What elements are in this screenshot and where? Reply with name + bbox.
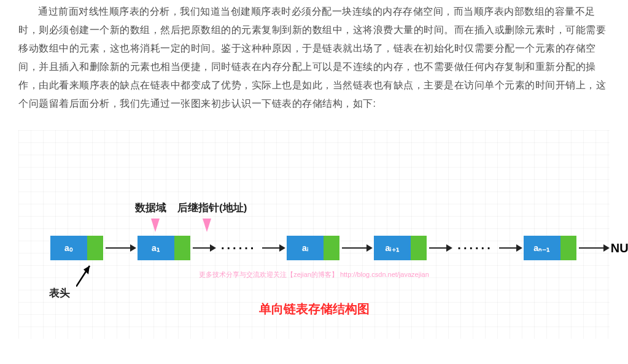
list-node: aᵢ₊₁	[374, 236, 427, 260]
explanatory-paragraph: 通过前面对线性顺序表的分析，我们知道当创建顺序表时必须分配一块连续的内存存储空间…	[0, 0, 628, 113]
list-node: aₙ₋₁	[524, 236, 576, 260]
arrow-right-icon	[579, 247, 608, 249]
node-data: aᵢ₊₁	[374, 236, 411, 260]
watermark-text: 更多技术分享与交流欢迎关注【zejian的博客】 http://blog.csd…	[18, 270, 610, 279]
head-label: 表头	[49, 286, 70, 300]
list-node: a₀	[50, 236, 103, 260]
node-pointer	[174, 236, 190, 260]
arrow-right-icon	[499, 247, 521, 249]
null-label: NULL	[611, 241, 628, 255]
diagram-title: 单向链表存储结构图	[18, 301, 610, 317]
arrow-right-icon	[342, 247, 371, 249]
node-pointer	[87, 236, 103, 260]
node-data: aₙ₋₁	[524, 236, 560, 260]
arrow-down-icon	[151, 219, 160, 232]
node-pointer	[560, 236, 576, 260]
arrow-down-icon	[203, 219, 211, 232]
node-data: a₁	[138, 236, 174, 260]
list-node: aᵢ	[287, 236, 339, 260]
ellipsis-icon: ······	[217, 241, 260, 255]
node-data: a₀	[50, 236, 87, 260]
arrow-right-icon	[106, 247, 135, 249]
linked-list-diagram: 数据域 后继指针(地址) a₀ a₁ ······ aᵢ aᵢ₊₁ ······	[18, 130, 610, 339]
ellipsis-icon: ······	[454, 241, 496, 255]
list-node: a₁	[138, 236, 190, 260]
label-data-field: 数据域	[135, 201, 166, 215]
node-part-labels: 数据域 后继指针(地址)	[135, 201, 247, 215]
arrow-right-icon	[193, 247, 215, 249]
label-pointer-field: 后继指针(地址)	[177, 201, 247, 215]
node-pointer	[324, 236, 339, 260]
node-chain: a₀ a₁ ······ aᵢ aᵢ₊₁ ······ aₙ₋₁ NULL	[50, 236, 628, 260]
arrow-right-icon	[262, 247, 284, 249]
arrow-right-icon	[429, 247, 451, 249]
node-data: aᵢ	[287, 236, 324, 260]
node-pointer	[411, 236, 427, 260]
